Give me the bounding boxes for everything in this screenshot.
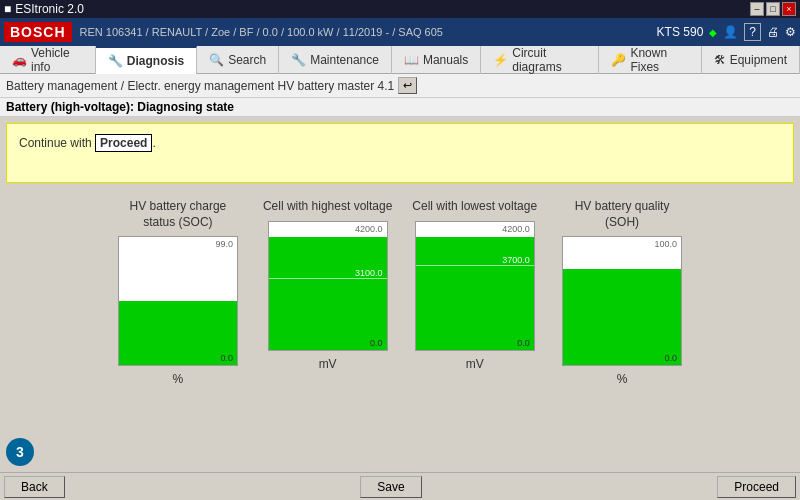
gauge-min-label-3: 0.0 bbox=[665, 353, 678, 363]
gauge-unit-1: mV bbox=[319, 357, 337, 371]
tab-diagnosis-label: Diagnosis bbox=[127, 54, 184, 68]
tab-manuals-label: Manuals bbox=[423, 53, 468, 67]
tab-vehicle-info-label: Vehicle info bbox=[31, 46, 83, 74]
tab-diagnosis[interactable]: 🔧 Diagnosis bbox=[96, 46, 197, 74]
menu-bar: BOSCH REN 106341 / RENAULT / Zoe / BF / … bbox=[0, 18, 800, 46]
tab-equipment[interactable]: 🛠 Equipment bbox=[702, 46, 800, 74]
gauge-bar-wrapper-3: 100.091.00.0 bbox=[562, 236, 682, 366]
print-icon[interactable]: 🖨 bbox=[767, 25, 779, 39]
maintenance-icon: 🔧 bbox=[291, 53, 306, 67]
kts-indicator: ◆ bbox=[709, 27, 717, 38]
gauge-container-2: Cell with lowest voltage4200.03700.00.0m… bbox=[412, 199, 537, 386]
vehicle-info-icon: 🚗 bbox=[12, 53, 27, 67]
manuals-icon: 📖 bbox=[404, 53, 419, 67]
gauges-row: HV battery charge status (SOC)99.01000.0… bbox=[0, 189, 800, 396]
gauge-container-3: HV battery quality (SOH)100.091.00.0% bbox=[557, 199, 687, 386]
gauge-fill-1 bbox=[269, 237, 387, 350]
kts-info: KTS 590 ◆ 👤 ? 🖨 ⚙ bbox=[657, 23, 796, 41]
gauge-unit-0: % bbox=[173, 372, 184, 386]
sub-header: Battery (high-voltage): Diagnosing state bbox=[0, 98, 800, 117]
nav-tabs: 🚗 Vehicle info 🔧 Diagnosis 🔍 Search 🔧 Ma… bbox=[0, 46, 800, 74]
gauge-container-0: HV battery charge status (SOC)99.01000.0… bbox=[113, 199, 243, 386]
vehicle-info-text: REN 106341 / RENAULT / Zoe / BF / 0.0 / … bbox=[80, 26, 649, 38]
gauge-min-label-0: 0.0 bbox=[220, 353, 233, 363]
breadcrumb-text: Battery management / Electr. energy mana… bbox=[6, 79, 394, 93]
info-box-text: Continue with Proceed. bbox=[19, 135, 156, 150]
app-icon: ■ bbox=[4, 2, 11, 16]
tab-circuit-diagrams[interactable]: ⚡ Circuit diagrams bbox=[481, 46, 599, 74]
gauge-fill-0 bbox=[119, 301, 237, 365]
gauge-max-label-1: 4200.0 bbox=[355, 224, 383, 234]
back-button[interactable]: Back bbox=[4, 476, 65, 498]
gauge-title-2: Cell with lowest voltage bbox=[412, 199, 537, 215]
gauge-title-1: Cell with highest voltage bbox=[263, 199, 392, 215]
info-box-prefix: Continue with bbox=[19, 136, 95, 150]
minimize-button[interactable]: – bbox=[750, 2, 764, 16]
tab-manuals[interactable]: 📖 Manuals bbox=[392, 46, 481, 74]
circuit-icon: ⚡ bbox=[493, 53, 508, 67]
tab-maintenance[interactable]: 🔧 Maintenance bbox=[279, 46, 392, 74]
info-proceed-box: Proceed bbox=[95, 134, 152, 152]
sub-header-text: Battery (high-voltage): Diagnosing state bbox=[6, 100, 234, 114]
gauge-min-label-2: 0.0 bbox=[517, 338, 530, 348]
gauge-container-1: Cell with highest voltage4200.03100.00.0… bbox=[263, 199, 392, 386]
tab-maintenance-label: Maintenance bbox=[310, 53, 379, 67]
gauge-title-0: HV battery charge status (SOC) bbox=[113, 199, 243, 230]
bottom-bar: Back Save Proceed bbox=[0, 472, 800, 500]
info-box: Continue with Proceed. bbox=[6, 123, 794, 183]
close-button[interactable]: × bbox=[782, 2, 796, 16]
gauge-bar-wrapper-0: 99.01000.0 bbox=[118, 236, 238, 366]
tab-search[interactable]: 🔍 Search bbox=[197, 46, 279, 74]
gauge-max-label-3: 100.0 bbox=[655, 239, 678, 249]
save-button[interactable]: Save bbox=[360, 476, 421, 498]
gauge-mid-label-3: 91.0 bbox=[660, 258, 678, 268]
equipment-icon: 🛠 bbox=[714, 53, 726, 67]
tab-circuit-label: Circuit diagrams bbox=[512, 46, 586, 74]
breadcrumb: Battery management / Electr. energy mana… bbox=[0, 74, 800, 98]
gauge-mid-label-1: 3100.0 bbox=[355, 268, 383, 278]
gauge-max-label-0: 99.0 bbox=[215, 239, 233, 249]
gauge-line-3 bbox=[563, 268, 681, 269]
gauge-title-3: HV battery quality (SOH) bbox=[557, 199, 687, 230]
gauge-unit-3: % bbox=[617, 372, 628, 386]
help-icon[interactable]: ? bbox=[744, 23, 761, 41]
search-icon: 🔍 bbox=[209, 53, 224, 67]
gauge-mid-label-2: 3700.0 bbox=[502, 255, 530, 265]
user-icon[interactable]: 👤 bbox=[723, 25, 738, 39]
tab-search-label: Search bbox=[228, 53, 266, 67]
step-badge: 3 bbox=[6, 438, 34, 466]
gauge-line-2 bbox=[416, 265, 534, 266]
gauge-mid-label-0: 100 bbox=[218, 290, 233, 300]
tab-known-fixes-label: Known Fixes bbox=[630, 46, 688, 74]
breadcrumb-back-button[interactable]: ↩ bbox=[398, 77, 417, 94]
window-controls[interactable]: – □ × bbox=[750, 2, 796, 16]
diagnosis-icon: 🔧 bbox=[108, 54, 123, 68]
tab-vehicle-info[interactable]: 🚗 Vehicle info bbox=[0, 46, 96, 74]
gauge-line-1 bbox=[269, 278, 387, 279]
gauge-min-label-1: 0.0 bbox=[370, 338, 383, 348]
settings-icon[interactable]: ⚙ bbox=[785, 25, 796, 39]
app-title: ESItronic 2.0 bbox=[15, 2, 84, 16]
gauge-line-0 bbox=[119, 300, 237, 301]
tab-known-fixes[interactable]: 🔑 Known Fixes bbox=[599, 46, 701, 74]
gauge-max-label-2: 4200.0 bbox=[502, 224, 530, 234]
gauge-bar-wrapper-2: 4200.03700.00.0 bbox=[415, 221, 535, 351]
gauge-unit-2: mV bbox=[466, 357, 484, 371]
bosch-logo: BOSCH bbox=[4, 22, 72, 42]
kts-label: KTS 590 bbox=[657, 25, 704, 39]
known-fixes-icon: 🔑 bbox=[611, 53, 626, 67]
title-bar: ■ ESItronic 2.0 – □ × bbox=[0, 0, 800, 18]
gauge-fill-2 bbox=[416, 237, 534, 350]
restore-button[interactable]: □ bbox=[766, 2, 780, 16]
tab-equipment-label: Equipment bbox=[730, 53, 787, 67]
gauge-fill-3 bbox=[563, 269, 681, 365]
proceed-button[interactable]: Proceed bbox=[717, 476, 796, 498]
gauge-bar-wrapper-1: 4200.03100.00.0 bbox=[268, 221, 388, 351]
